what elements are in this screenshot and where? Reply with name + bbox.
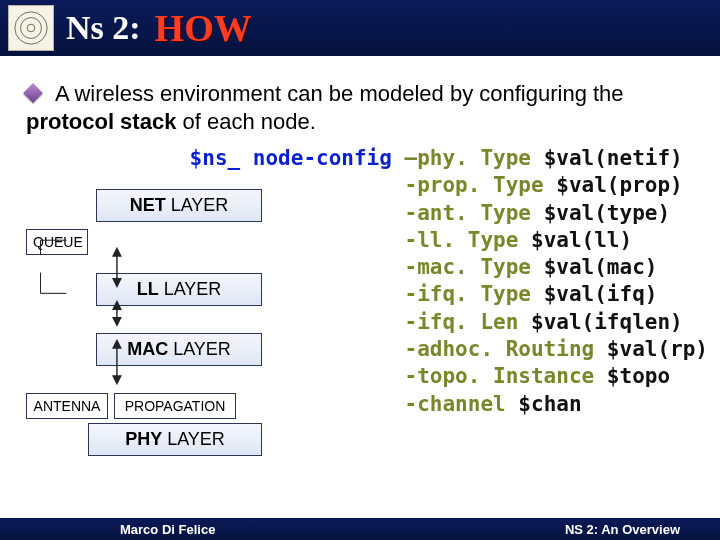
intro-part1: A wireless environment can be modeled by… bbox=[55, 81, 624, 106]
code-arg-8: $topo bbox=[607, 364, 670, 388]
code-opt-9: -channel bbox=[405, 392, 506, 416]
code-opt-0: –phy. Type bbox=[405, 146, 531, 170]
code-opt-1: -prop. Type bbox=[405, 173, 544, 197]
university-crest-icon bbox=[8, 5, 54, 51]
code-arg-0: $val(netif) bbox=[544, 146, 683, 170]
title-bar: Ns 2: HOW bbox=[0, 0, 720, 56]
svg-point-2 bbox=[27, 24, 35, 32]
code-opt-6: -ifq. Len bbox=[405, 310, 519, 334]
code-block: $ns_ node-config –phy. Type $val(netif) … bbox=[186, 145, 708, 465]
code-arg-2: $val(type) bbox=[544, 201, 670, 225]
intro-part2: of each node. bbox=[176, 109, 315, 134]
bullet-diamond-icon bbox=[23, 83, 43, 103]
main-area: NET LAYER LL LAYER MAC LAYER PHY LAYER Q… bbox=[0, 141, 720, 465]
diagram-arrows bbox=[12, 145, 186, 465]
slide-title-prefix: Ns 2: bbox=[66, 9, 141, 47]
code-obj: $ns_ bbox=[190, 146, 241, 170]
code-arg-3: $val(ll) bbox=[531, 228, 632, 252]
intro-bold: protocol stack bbox=[26, 109, 176, 134]
code-opt-5: -ifq. Type bbox=[405, 282, 531, 306]
svg-point-1 bbox=[21, 18, 42, 39]
code-arg-9: $chan bbox=[518, 392, 581, 416]
code-arg-4: $val(mac) bbox=[544, 255, 658, 279]
code-opt-3: -ll. Type bbox=[405, 228, 519, 252]
code-opt-4: -mac. Type bbox=[405, 255, 531, 279]
intro-text: A wireless environment can be modeled by… bbox=[0, 56, 720, 141]
footer-author: Marco Di Felice bbox=[120, 522, 215, 537]
code-opt-7: -adhoc. Routing bbox=[405, 337, 595, 361]
code-opt-8: -topo. Instance bbox=[405, 364, 595, 388]
footer-bar: Marco Di Felice NS 2: An Overview bbox=[0, 518, 720, 540]
code-opt-2: -ant. Type bbox=[405, 201, 531, 225]
code-cmd: node-config bbox=[253, 146, 392, 170]
code-arg-6: $val(ifqlen) bbox=[531, 310, 683, 334]
svg-point-0 bbox=[15, 12, 47, 44]
footer-subtitle: NS 2: An Overview bbox=[565, 522, 680, 537]
code-arg-7: $val(rp) bbox=[607, 337, 708, 361]
code-arg-5: $val(ifq) bbox=[544, 282, 658, 306]
slide-title-highlight: HOW bbox=[155, 6, 252, 50]
code-arg-1: $val(prop) bbox=[556, 173, 682, 197]
stack-diagram: NET LAYER LL LAYER MAC LAYER PHY LAYER Q… bbox=[12, 145, 186, 465]
